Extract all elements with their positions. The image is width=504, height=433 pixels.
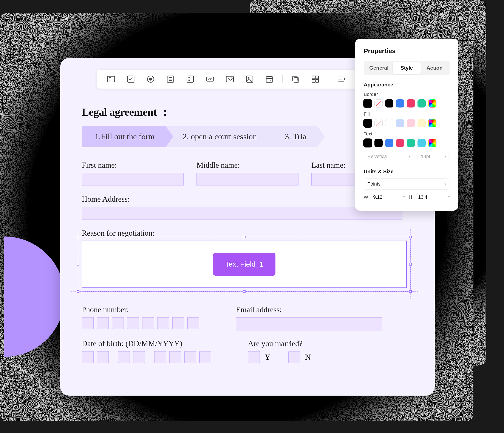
- chevron-down-icon: ▾: [444, 155, 446, 159]
- tab-style[interactable]: Style: [393, 62, 421, 74]
- color-swatch[interactable]: [407, 119, 415, 127]
- properties-panel: Properties General Style Action Appearan…: [355, 39, 458, 211]
- toolbar-separator-2: [328, 75, 328, 83]
- fill-label: Fill: [364, 111, 450, 117]
- resize-handle-tl[interactable]: [77, 236, 79, 238]
- color-swatch[interactable]: [385, 119, 393, 127]
- phone-box[interactable]: [157, 317, 169, 329]
- height-stepper[interactable]: ▴▾: [448, 195, 450, 199]
- list-field-tool-icon[interactable]: [166, 74, 175, 84]
- font-size-select[interactable]: 14pt ▾: [417, 151, 450, 162]
- color-swatch[interactable]: [396, 139, 404, 147]
- signature-tool-icon[interactable]: [225, 74, 234, 84]
- color-swatch[interactable]: [428, 119, 436, 127]
- toolbar-separator: [282, 75, 283, 83]
- width-stepper[interactable]: ▴▾: [403, 195, 405, 199]
- dropdown-tool-icon[interactable]: [186, 74, 195, 84]
- color-swatch[interactable]: [417, 139, 426, 147]
- color-swatch[interactable]: [428, 139, 436, 147]
- selected-field-container[interactable]: Text Field_1: [82, 241, 407, 288]
- checkbox-tool-icon[interactable]: [126, 74, 135, 84]
- color-swatch[interactable]: [417, 99, 426, 107]
- duplicate-tool-icon[interactable]: [291, 74, 300, 84]
- wizard-step-1[interactable]: 1.Fill out the form: [82, 126, 165, 147]
- resize-handle-br[interactable]: [409, 290, 412, 293]
- email-input[interactable]: [236, 317, 382, 330]
- resize-handle-mr[interactable]: [409, 263, 412, 266]
- phone-box[interactable]: [112, 317, 124, 329]
- height-value: 13.4: [418, 194, 445, 200]
- tab-action[interactable]: Action: [421, 62, 449, 74]
- phone-box[interactable]: [97, 317, 109, 329]
- phone-box[interactable]: [127, 317, 139, 329]
- color-swatch[interactable]: [417, 119, 426, 127]
- color-swatch[interactable]: [428, 99, 436, 107]
- home-address-input[interactable]: [82, 207, 402, 220]
- dob-box[interactable]: [118, 351, 130, 363]
- phone-box[interactable]: [142, 317, 154, 329]
- height-input[interactable]: H 13.4 ▴▾: [409, 194, 450, 200]
- married-yes-box[interactable]: [248, 351, 260, 363]
- form-toolbar: OK: [97, 70, 389, 89]
- color-swatch[interactable]: [396, 119, 404, 127]
- married-no-label: N: [305, 353, 311, 362]
- layout-tool-icon[interactable]: [311, 74, 320, 84]
- svg-rect-18: [316, 79, 318, 82]
- dob-box[interactable]: [82, 351, 94, 363]
- tab-general[interactable]: General: [365, 62, 393, 74]
- married-no-box[interactable]: [288, 351, 300, 363]
- units-select[interactable]: Points ▾: [364, 178, 450, 190]
- resize-handle-ml[interactable]: [77, 263, 79, 266]
- wizard-step-2[interactable]: 2. open a court session: [165, 126, 268, 147]
- resize-handle-tc[interactable]: [243, 236, 245, 238]
- phone-box[interactable]: [82, 317, 94, 329]
- color-swatch[interactable]: [407, 139, 415, 147]
- dob-box[interactable]: [169, 351, 181, 363]
- color-swatch[interactable]: [364, 119, 372, 127]
- font-family-select[interactable]: Helvetica ▾: [364, 151, 414, 162]
- title-text: Legal agreement: [82, 106, 157, 118]
- dob-box[interactable]: [154, 351, 166, 363]
- units-value: Points: [367, 181, 380, 187]
- resize-handle-bl[interactable]: [77, 290, 79, 293]
- svg-rect-16: [316, 76, 318, 79]
- date-tool-icon[interactable]: [265, 74, 274, 84]
- chevron-down-icon: ▾: [408, 155, 410, 159]
- color-swatch[interactable]: [407, 99, 415, 107]
- color-swatch[interactable]: [385, 139, 393, 147]
- ok-button-tool-icon[interactable]: OK: [205, 74, 215, 84]
- width-input[interactable]: W 9.12 ▴▾: [364, 194, 405, 200]
- svg-rect-15: [312, 76, 315, 79]
- svg-point-3: [149, 78, 152, 80]
- color-swatch[interactable]: [374, 99, 383, 107]
- width-label: W: [364, 194, 370, 200]
- dob-box[interactable]: [184, 351, 196, 363]
- dob-box[interactable]: [199, 351, 211, 363]
- reason-label: Reason for negotiation:: [82, 229, 413, 238]
- units-size-title: Units & Size: [364, 169, 450, 174]
- image-tool-icon[interactable]: [245, 74, 254, 84]
- first-name-input[interactable]: [82, 173, 184, 186]
- properties-tabs: General Style Action: [364, 61, 450, 75]
- dob-box[interactable]: [133, 351, 145, 363]
- color-swatch[interactable]: [374, 119, 383, 127]
- text-field-tool-icon[interactable]: [106, 74, 116, 84]
- color-swatch[interactable]: [385, 99, 393, 107]
- align-tool-icon[interactable]: [337, 74, 346, 84]
- wizard-step-2-label: 2. open a court session: [183, 132, 257, 141]
- svg-rect-13: [293, 76, 297, 81]
- radio-tool-icon[interactable]: [146, 74, 155, 84]
- color-swatch[interactable]: [364, 139, 372, 147]
- first-name-label: First name:: [82, 161, 184, 170]
- phone-box[interactable]: [172, 317, 184, 329]
- middle-name-input[interactable]: [197, 173, 298, 186]
- resize-handle-bc[interactable]: [243, 290, 245, 293]
- married-yes-label: Y: [265, 353, 270, 362]
- resize-handle-tr[interactable]: [409, 236, 412, 238]
- email-label: Email address:: [236, 305, 382, 314]
- color-swatch[interactable]: [374, 139, 383, 147]
- dob-box[interactable]: [97, 351, 109, 363]
- color-swatch[interactable]: [364, 99, 372, 107]
- phone-box[interactable]: [187, 317, 199, 329]
- color-swatch[interactable]: [396, 99, 404, 107]
